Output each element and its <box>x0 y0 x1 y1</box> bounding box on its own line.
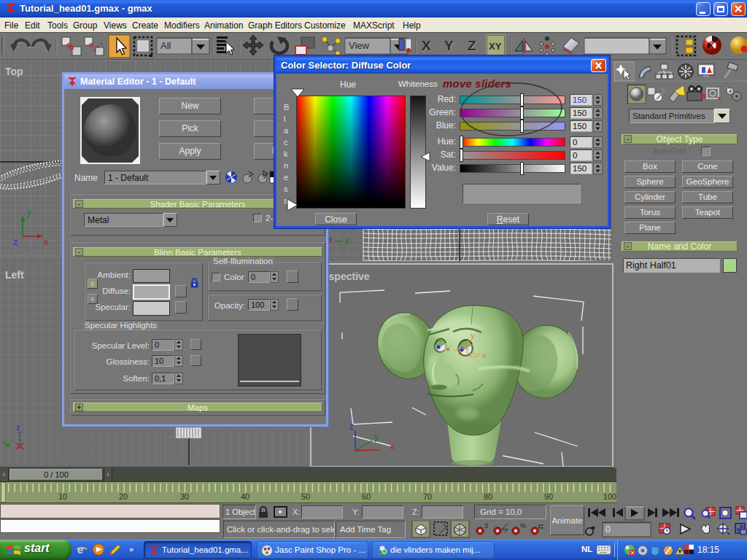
svg-text:z: z <box>349 421 354 432</box>
svg-text:0: 0 <box>605 524 611 534</box>
svg-text:y: y <box>374 432 379 442</box>
svg-text:Y: Y <box>444 38 454 53</box>
svg-text:Z: Z <box>468 38 476 53</box>
svg-text:90: 90 <box>544 492 553 501</box>
svg-text:x: x <box>482 351 487 359</box>
svg-text:View: View <box>349 40 370 51</box>
svg-text:z: z <box>13 237 18 247</box>
svg-text:3: 3 <box>484 522 488 529</box>
svg-text:»: » <box>129 545 133 553</box>
svg-text:40: 40 <box>241 492 249 501</box>
svg-text:e: e <box>77 543 83 556</box>
svg-text:y: y <box>27 207 31 217</box>
svg-text:y: y <box>345 235 349 245</box>
svg-text:x: x <box>390 441 394 451</box>
svg-text:10: 10 <box>58 492 67 501</box>
svg-text:z: z <box>16 423 20 432</box>
svg-text:50: 50 <box>301 492 310 501</box>
svg-text:100: 100 <box>603 492 616 501</box>
svg-text:XY: XY <box>489 41 502 52</box>
svg-text:%: % <box>520 522 526 529</box>
svg-text:x: x <box>44 237 48 247</box>
svg-text:80: 80 <box>484 492 492 501</box>
svg-text:Top: Top <box>5 66 23 77</box>
svg-text:20: 20 <box>119 492 128 501</box>
svg-text:30: 30 <box>180 492 189 501</box>
svg-text:X: X <box>422 38 431 53</box>
svg-text:All: All <box>160 40 171 51</box>
svg-text:60: 60 <box>362 492 371 501</box>
svg-text:Left: Left <box>5 269 24 281</box>
svg-text:70: 70 <box>423 492 432 501</box>
svg-text:y: y <box>471 331 475 340</box>
svg-text:x: x <box>328 235 333 245</box>
